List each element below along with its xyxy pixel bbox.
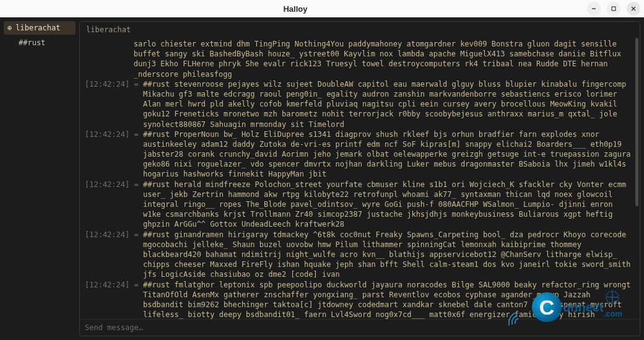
sidebar: ⊕ liberachat ##rust [4,21,76,336]
minimize-button[interactable] [587,2,601,15]
chat-line: [12:42:24] = ##rust stevenroose pejayes … [85,79,635,129]
chat-line: [12:42:24] = ##rust ginandramen hirigara… [85,230,635,280]
separator: = [134,280,142,290]
sidebar-channel-rust[interactable]: ##rust [4,36,76,50]
titlebar: Halloy [0,0,644,17]
message-body: ##rust herald mindfreeze Polochon_street… [143,180,635,230]
sidebar-channel-label: ##rust [19,38,45,47]
content-pane: liberachat sarlo chiester extmind dhm Ti… [79,21,640,336]
message-body: ##rust fmlatghor leptonix spb peepoolipo… [143,280,635,320]
timestamp: [12:42:24] [85,230,134,240]
scrollbar-thumb[interactable] [635,38,638,206]
maximize-button[interactable] [607,2,620,15]
timestamp: [12:42:24] [85,180,134,190]
maximize-icon [611,6,617,12]
chat-line: sarlo chiester extmind dhm TingPing Noth… [85,39,635,79]
window-title: Halloy [4,4,587,14]
close-icon [630,6,637,12]
sidebar-server-liberachat[interactable]: ⊕ liberachat [4,21,76,35]
message-body: ##rust ginandramen hirigaray tdmackey ^6… [143,230,635,280]
chat-line: [12:42:24] = ##rust fmlatghor leptonix s… [85,280,635,320]
chat-line: [12:42:24] = ##rust ProperNoun bw_ Holz … [85,129,635,180]
message-body: ##rust stevenroose pejayes wilz sujeet D… [143,79,635,129]
svg-rect-1 [612,7,616,11]
message-body: ##rust ProperNoun bw_ Holz EliDupree s13… [143,129,635,180]
separator: = [134,79,142,89]
chat-log[interactable]: sarlo chiester extmind dhm TingPing Noth… [80,38,640,319]
chat-line: [12:42:24] = ##rust herald mindfreeze Po… [85,180,635,230]
globe-icon: ⊕ [7,24,12,32]
message-input[interactable] [85,323,635,332]
separator: = [134,230,142,240]
sidebar-server-label: liberachat [15,24,60,32]
minimize-icon [591,6,597,12]
separator: = [134,129,142,139]
main-area: ⊕ liberachat ##rust liberachat sarlo chi… [0,17,644,340]
message-input-row [80,319,640,336]
pane-header: liberachat [80,22,640,38]
separator: = [134,180,142,190]
timestamp: [12:42:24] [85,79,134,89]
close-button[interactable] [627,2,640,15]
timestamp: [12:42:24] [85,129,134,139]
message-body: sarlo chiester extmind dhm TingPing Noth… [134,39,635,79]
titlebar-controls [587,2,640,15]
timestamp: [12:42:24] [85,280,134,290]
